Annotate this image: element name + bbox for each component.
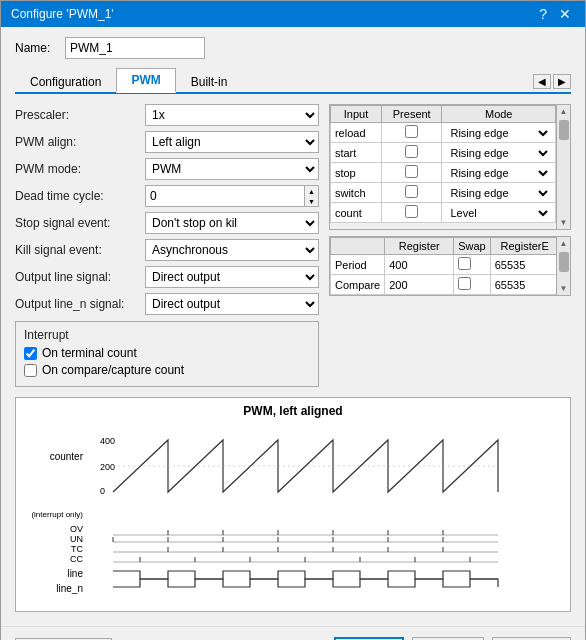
table-row: stop Rising edge — [330, 163, 555, 183]
stop-signal-select[interactable]: Don't stop on kil — [145, 212, 319, 234]
period-register-input[interactable] — [389, 259, 449, 271]
interrupt-group: Interrupt On terminal count On compare/c… — [15, 321, 319, 387]
waveform-svg: counter (interrupt only) OV UN TC CC lin… — [22, 422, 564, 602]
period-swap-checkbox[interactable] — [458, 257, 471, 270]
reg-value-cell — [385, 275, 454, 295]
val-0: 0 — [100, 486, 105, 496]
kill-signal-label: Kill signal event: — [15, 243, 145, 257]
reg-e-cell — [490, 255, 559, 275]
present-checkbox[interactable] — [405, 165, 418, 178]
dialog-footer: Datasheet OK Apply Cancel — [1, 626, 585, 640]
dead-time-label: Dead time cycle: — [15, 189, 145, 203]
input-cell: count — [330, 203, 381, 223]
val-200: 200 — [100, 462, 115, 472]
input-table-scrollbar[interactable]: ▲ ▼ — [556, 105, 570, 229]
reg-name-cell: Period — [330, 255, 384, 275]
input-cell: stop — [330, 163, 381, 183]
tab-prev-button[interactable]: ◀ — [533, 74, 551, 89]
interrupt-legend: Interrupt — [24, 328, 310, 342]
reg-scroll-up[interactable]: ▲ — [558, 237, 570, 250]
table-row: count Level — [330, 203, 555, 223]
input-cell: reload — [330, 123, 381, 143]
compare-register-input[interactable] — [389, 279, 449, 291]
reg-scroll-down[interactable]: ▼ — [558, 282, 570, 295]
scroll-up-arrow[interactable]: ▲ — [558, 105, 570, 118]
waveform-title: PWM, left aligned — [22, 404, 564, 418]
output-line-label: Output line signal: — [15, 270, 145, 284]
input-cell: switch — [330, 183, 381, 203]
reg-table: Register Swap RegisterE Period — [330, 237, 560, 295]
present-cell — [381, 183, 442, 203]
output-line-select[interactable]: Direct output — [145, 266, 319, 288]
on-terminal-checkbox[interactable] — [24, 347, 37, 360]
name-row: Name: — [15, 37, 571, 59]
dead-time-arrows: ▲ ▼ — [305, 185, 319, 207]
mode-select[interactable]: Rising edge — [446, 186, 551, 200]
mode-select[interactable]: Rising edge — [446, 146, 551, 160]
dialog-title: Configure 'PWM_1' — [11, 7, 114, 21]
pwm-align-label: PWM align: — [15, 135, 145, 149]
prescaler-label: Prescaler: — [15, 108, 145, 122]
un-label: UN — [70, 534, 83, 544]
input-table-wrapper: Input Present Mode reload Rising edge — [329, 104, 571, 230]
mode-cell: Level — [442, 203, 556, 223]
dead-time-up[interactable]: ▲ — [305, 186, 318, 196]
mode-select[interactable]: Rising edge — [446, 126, 551, 140]
reg-scroll-thumb[interactable] — [559, 252, 569, 272]
on-compare-row: On compare/capture count — [24, 363, 310, 377]
tab-configuration[interactable]: Configuration — [15, 70, 116, 93]
output-line-n-row: Output line_n signal: Direct output — [15, 293, 319, 315]
tab-next-button[interactable]: ▶ — [553, 74, 571, 89]
output-line-n-select[interactable]: Direct output — [145, 293, 319, 315]
stop-signal-row: Stop signal event: Don't stop on kil — [15, 212, 319, 234]
reg-swap-cell — [454, 275, 491, 295]
tc-label: TC — [71, 544, 83, 554]
kill-signal-select[interactable]: Asynchronous — [145, 239, 319, 261]
scroll-down-arrow[interactable]: ▼ — [558, 216, 570, 229]
mode-cell: Rising edge — [442, 123, 556, 143]
tab-pwm[interactable]: PWM — [116, 68, 175, 93]
input-col-header: Input — [330, 106, 381, 123]
mode-select[interactable]: Rising edge — [446, 166, 551, 180]
reg-swap-cell — [454, 255, 491, 275]
interrupt-only-label: (interrupt only) — [31, 510, 83, 519]
tab-bar: Configuration PWM Built-in ◀ ▶ — [15, 67, 571, 94]
input-cell: start — [330, 143, 381, 163]
mode-cell: Rising edge — [442, 163, 556, 183]
dialog-body: Name: Configuration PWM Built-in ◀ ▶ — [1, 27, 585, 622]
present-checkbox[interactable] — [405, 205, 418, 218]
period-rege-input[interactable] — [495, 259, 555, 271]
mode-select[interactable]: Level — [446, 206, 551, 220]
pwm-align-select[interactable]: Left align — [145, 131, 319, 153]
counter-wave — [113, 440, 498, 492]
pwm-mode-select[interactable]: PWM — [145, 158, 319, 180]
counter-label: counter — [50, 451, 84, 462]
compare-swap-checkbox[interactable] — [458, 277, 471, 290]
reg-name-header — [330, 238, 384, 255]
compare-rege-input[interactable] — [495, 279, 555, 291]
title-controls: ? ✕ — [535, 7, 575, 21]
registe-header: RegisterE — [490, 238, 559, 255]
configure-dialog: Configure 'PWM_1' ? ✕ Name: Configuratio… — [0, 0, 586, 640]
present-checkbox[interactable] — [405, 125, 418, 138]
pwm-mode-row: PWM mode: PWM — [15, 158, 319, 180]
reg-e-cell — [490, 275, 559, 295]
present-cell — [381, 123, 442, 143]
cc-label: CC — [70, 554, 83, 564]
val-400: 400 — [100, 436, 115, 446]
tab-builtin[interactable]: Built-in — [176, 70, 243, 93]
table-row: reload Rising edge — [330, 123, 555, 143]
present-checkbox[interactable] — [405, 185, 418, 198]
present-checkbox[interactable] — [405, 145, 418, 158]
close-button[interactable]: ✕ — [555, 7, 575, 21]
help-button[interactable]: ? — [535, 7, 551, 21]
on-compare-checkbox[interactable] — [24, 364, 37, 377]
name-input[interactable] — [65, 37, 205, 59]
scroll-thumb[interactable] — [559, 120, 569, 140]
dead-time-input[interactable] — [145, 185, 305, 207]
reg-table-scrollbar[interactable]: ▲ ▼ — [556, 237, 570, 295]
dead-time-down[interactable]: ▼ — [305, 196, 318, 206]
prescaler-select[interactable]: 1x — [145, 104, 319, 126]
name-label: Name: — [15, 41, 65, 55]
prescaler-row: Prescaler: 1x — [15, 104, 319, 126]
